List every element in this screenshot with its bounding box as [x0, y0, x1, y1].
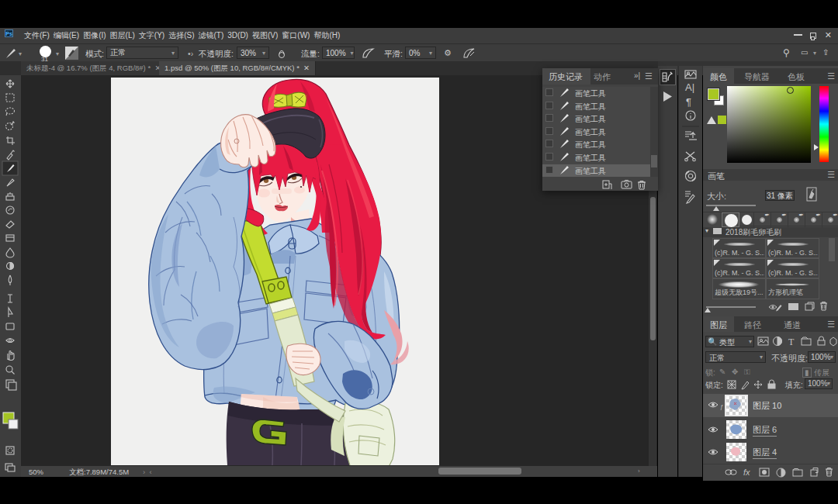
- svg-text:¶: ¶: [686, 96, 691, 108]
- svg-text:T: T: [788, 337, 795, 347]
- svg-text:A|: A|: [685, 81, 694, 93]
